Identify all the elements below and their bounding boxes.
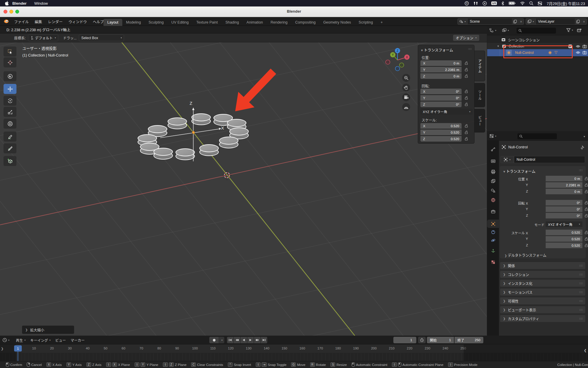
scale-z-field[interactable]: Z0.520: [420, 136, 462, 142]
scene-copy-icon[interactable]: [512, 19, 518, 24]
editor-type-outliner-icon[interactable]: ▾: [489, 28, 496, 33]
battery-icon[interactable]: [509, 1, 516, 5]
use-preview-range-clock-icon[interactable]: [418, 337, 426, 343]
menubar-clock[interactable]: 7月29日(金) 午前11:23: [547, 1, 585, 6]
workspace-tab-sculpting[interactable]: Sculpting: [145, 19, 167, 26]
viewport-navigation-gizmo[interactable]: Z Y X: [385, 47, 412, 74]
workspace-tab-scripting[interactable]: Scripting: [355, 19, 377, 26]
pan-view-button[interactable]: [402, 84, 410, 92]
section-カスタムプロパティ[interactable]: ❯カスタムプロパティ∷∷: [500, 315, 586, 322]
auto-keying-record-button[interactable]: [209, 337, 219, 343]
properties-tab-render[interactable]: [487, 157, 499, 165]
play-reverse-button[interactable]: [240, 337, 247, 343]
keying-set-chevron[interactable]: ▾: [219, 337, 224, 343]
lock-icon[interactable]: [465, 68, 468, 72]
current-frame-badge[interactable]: 1: [14, 345, 22, 352]
panel-drag-dots[interactable]: ∷∷: [468, 47, 471, 51]
workspace-tab-geometry-nodes[interactable]: Geometry Nodes: [319, 19, 355, 26]
lock-icon[interactable]: [465, 130, 468, 134]
lock-icon[interactable]: [465, 124, 468, 128]
rotation-y-field[interactable]: Y0°: [420, 95, 462, 101]
timeline-sidebar-toggle-chevron[interactable]: ❮: [584, 349, 587, 352]
object-name-field[interactable]: Null-Control: [514, 156, 585, 163]
properties-options-chevron[interactable]: ▾: [583, 134, 585, 138]
airpods-icon[interactable]: [473, 1, 478, 5]
scene-collection-row[interactable]: シーンコレクション: [487, 37, 588, 43]
screen-mirroring-icon[interactable]: G: [465, 1, 469, 6]
transform-tool[interactable]: [4, 119, 16, 129]
wifi-icon[interactable]: [520, 1, 525, 5]
add-cube-tool[interactable]: [4, 156, 16, 166]
object-hide-eye-icon[interactable]: [576, 51, 580, 54]
topbar-menu-編集[interactable]: 編集: [32, 18, 45, 26]
timeline-menu-キーイング[interactable]: キーイング▾: [28, 336, 53, 344]
collection-hide-eye-icon[interactable]: [576, 44, 580, 48]
lock-icon[interactable]: [465, 61, 468, 65]
lock-icon[interactable]: [465, 89, 468, 93]
jump-to-prev-keyframe-button[interactable]: [234, 337, 240, 343]
cursor-tool[interactable]: [4, 57, 16, 67]
scene-name[interactable]: Scene: [467, 19, 512, 24]
timeline-menu-マーカー[interactable]: マーカー: [68, 336, 87, 344]
collection-camera-icon[interactable]: [582, 44, 587, 48]
workspace-tab-modeling[interactable]: Modeling: [122, 19, 145, 26]
editor-type-properties-icon[interactable]: ▾: [489, 134, 496, 138]
now-playing-icon[interactable]: [482, 1, 487, 6]
pin-icon[interactable]: [581, 145, 584, 150]
control-center-icon[interactable]: [538, 1, 542, 5]
editor-type-timeline-icon[interactable]: ▾: [2, 338, 9, 342]
properties-tab-object[interactable]: [487, 220, 499, 228]
npanel-title[interactable]: ▾ トランスフォーム: [421, 47, 453, 53]
lock-icon[interactable]: [465, 137, 468, 141]
rotation-x-field[interactable]: X0°: [420, 89, 462, 94]
tweak-tool[interactable]: [4, 71, 16, 81]
viewlayer-icon[interactable]: ▾: [526, 19, 536, 24]
apple-menu-icon[interactable]: [5, 1, 9, 6]
sidebar-tab-2[interactable]: ビュー: [475, 109, 485, 132]
cylinder-object[interactable]: [153, 148, 173, 160]
properties-tab-output[interactable]: [487, 168, 499, 176]
last-operator-panel[interactable]: ❯拡大縮小: [22, 326, 74, 334]
section-インスタンス化[interactable]: ❯インスタンス化∷∷: [500, 279, 586, 287]
cylinder-object[interactable]: [219, 137, 238, 149]
properties-search-input[interactable]: [517, 133, 557, 139]
jump-to-start-button[interactable]: [227, 337, 233, 343]
viewlayer-copy-icon[interactable]: [575, 19, 581, 24]
viewlayer-name[interactable]: ViewLayer: [536, 19, 575, 24]
input-source-indicator[interactable]: US: [491, 1, 497, 5]
annotate-tool[interactable]: [4, 132, 16, 142]
jump-to-end-button[interactable]: [261, 337, 267, 343]
perspective-toggle-button[interactable]: [402, 103, 410, 111]
transform-panel-title[interactable]: ▾ トランスフォーム: [503, 168, 535, 174]
options-dropdown[interactable]: オプション▾: [453, 35, 479, 41]
jump-to-next-keyframe-button[interactable]: [254, 337, 260, 343]
outliner-search-input[interactable]: [517, 28, 556, 34]
measure-tool[interactable]: [4, 143, 16, 153]
location-z-field[interactable]: Z0 m: [420, 73, 462, 79]
properties-tab-object-data[interactable]: [487, 246, 499, 254]
timeline-menu-再生[interactable]: 再生▾: [14, 336, 28, 344]
new-collection-icon[interactable]: [577, 28, 582, 33]
location-y-field[interactable]: Y2.2381 m: [420, 67, 462, 72]
workspace-tab-shading[interactable]: Shading: [222, 19, 243, 26]
object-camera-icon[interactable]: [582, 51, 587, 54]
drag-mode-dropdown[interactable]: Select Box▾: [79, 34, 124, 41]
section-ビューポート表示[interactable]: ❯ビューポート表示∷∷: [500, 306, 586, 314]
cylinder-object[interactable]: [176, 148, 195, 160]
scale-y-field[interactable]: Y0.520: [420, 130, 462, 135]
object-type-dropdown[interactable]: ▾: [500, 156, 514, 163]
frame-end-field[interactable]: 終了250: [455, 337, 483, 343]
location-x-field[interactable]: X0 m: [420, 60, 462, 66]
current-frame-field[interactable]: 1: [393, 337, 416, 343]
rotation-mode-dropdown[interactable]: XYZ オイラー角▾: [546, 221, 582, 227]
workspace-tab-compositing[interactable]: Compositing: [291, 19, 319, 26]
delta-transform-section[interactable]: ❯ デルタトランスフォーム: [505, 253, 547, 258]
timeline-left-toggle-chevron[interactable]: ❯: [1, 347, 4, 351]
frame-start-field[interactable]: 開始1: [427, 337, 454, 343]
sidebar-tab-1[interactable]: ツール: [475, 83, 485, 107]
viewlayer-unlink-button[interactable]: ×: [581, 19, 587, 24]
cylinder-object[interactable]: [191, 113, 211, 125]
scene-icon[interactable]: ▾: [458, 19, 467, 24]
playhead-line[interactable]: [18, 352, 18, 361]
section-モーションパス[interactable]: ❯モーションパス∷∷: [500, 288, 586, 296]
